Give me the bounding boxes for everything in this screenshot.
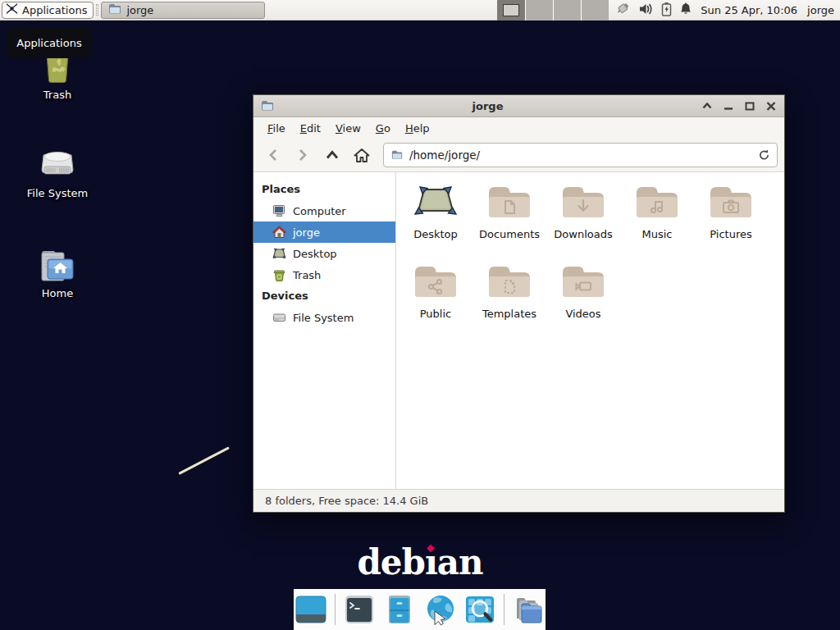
applications-menu-button[interactable]: Applications	[2, 2, 94, 19]
debian-wordmark: debıan	[0, 542, 840, 582]
public-folder-icon	[413, 264, 458, 301]
sidebar-item-jorge[interactable]: jorge	[253, 221, 395, 243]
devices-header: Devices	[253, 285, 395, 307]
path-bar[interactable]: /home/jorge/	[383, 143, 778, 167]
pictures-folder-icon	[709, 185, 753, 221]
desktop-icon-label: Trash	[18, 89, 97, 101]
back-button[interactable]	[260, 143, 286, 167]
bottom-dock	[294, 589, 546, 630]
workspace-3[interactable]	[553, 0, 581, 21]
volume-icon[interactable]	[639, 2, 654, 18]
home-folder-icon	[18, 242, 97, 283]
downloads-folder-icon	[561, 185, 605, 221]
menu-bar: File Edit View Go Help	[253, 117, 784, 139]
sidebar-item-label: jorge	[293, 226, 320, 239]
menu-view[interactable]: View	[328, 120, 368, 137]
window-titlebar[interactable]: jorge	[253, 95, 784, 117]
desktop-icon-file-system[interactable]: File System	[18, 142, 97, 199]
sidebar-item-label: Trash	[293, 269, 321, 281]
folder-label: Pictures	[710, 228, 751, 240]
videos-folder-icon	[561, 264, 605, 301]
maximize-button[interactable]	[743, 99, 756, 112]
applications-menu-label: Applications	[22, 4, 87, 16]
drive-mini-icon	[272, 311, 286, 324]
folder-item-desktop[interactable]: Desktop	[399, 179, 472, 258]
trash-mini-icon	[272, 268, 286, 281]
home-button[interactable]	[349, 143, 375, 167]
menu-help[interactable]: Help	[398, 120, 437, 137]
shade-button[interactable]	[701, 99, 714, 112]
desktop-root: Applications jorge	[0, 0, 840, 630]
workspace-pager[interactable]	[497, 0, 609, 21]
close-button[interactable]	[765, 99, 778, 112]
panel-clock[interactable]: Sun 25 Apr, 10:06	[701, 4, 797, 16]
computer-icon	[272, 204, 286, 217]
file-manager-window[interactable]: jorge File Edit View Go Help	[253, 94, 785, 513]
folder-item-videos[interactable]: Videos	[546, 258, 620, 338]
workspace-window-miniature	[503, 4, 519, 16]
file-manager-icon[interactable]	[383, 593, 416, 626]
sidebar-item-computer[interactable]: Computer	[253, 200, 395, 221]
minimize-button[interactable]	[722, 99, 735, 112]
reload-button[interactable]	[758, 148, 770, 162]
panel-handle[interactable]	[96, 4, 98, 16]
path-input[interactable]: /home/jorge/	[409, 148, 752, 162]
sidebar-item-label: Desktop	[293, 248, 337, 260]
folder-item-public[interactable]: Public	[399, 258, 472, 338]
desktop-icon-home[interactable]: Home	[18, 242, 97, 299]
path-folder-icon	[390, 149, 404, 161]
sidebar-item-file-system[interactable]: File System	[253, 307, 395, 328]
tooltip-text: Applications	[16, 37, 81, 49]
window-folder-icon	[260, 99, 275, 112]
top-panel: Applications jorge	[0, 0, 840, 21]
places-header: Places	[253, 179, 395, 200]
show-desktop-icon[interactable]	[294, 593, 327, 626]
panel-user-label[interactable]: jorge	[807, 4, 834, 16]
folder-item-music[interactable]: Music	[620, 179, 694, 258]
terminal-icon[interactable]	[343, 593, 376, 626]
menu-file[interactable]: File	[260, 120, 293, 137]
desktop-line-artifact	[178, 446, 230, 475]
menu-edit[interactable]: Edit	[293, 120, 328, 137]
network-icon[interactable]	[615, 2, 632, 19]
debian-text: an	[437, 542, 483, 582]
desktop-mini-icon	[272, 247, 286, 260]
taskbar-window-button[interactable]: jorge	[101, 2, 265, 19]
desktop-icon-label: File System	[18, 187, 97, 199]
app-finder-icon[interactable]	[463, 593, 496, 626]
folder-label: Templates	[482, 308, 536, 320]
folder-label: Documents	[479, 228, 540, 240]
status-text: 8 folders, Free space: 14.4 GiB	[265, 495, 428, 507]
toolbar: /home/jorge/	[253, 139, 784, 172]
folder-label: Downloads	[554, 228, 612, 240]
places-sidebar: Places Computer jorge	[253, 172, 396, 489]
debian-text: deb	[357, 542, 424, 582]
music-folder-icon	[635, 185, 679, 221]
taskbar-window-label: jorge	[126, 4, 153, 16]
folder-item-pictures[interactable]: Pictures	[694, 179, 768, 258]
templates-folder-icon	[487, 264, 532, 301]
up-button[interactable]	[319, 143, 345, 167]
folder-item-templates[interactable]: Templates	[472, 258, 546, 338]
folder-item-downloads[interactable]: Downloads	[546, 179, 620, 258]
menu-go[interactable]: Go	[368, 120, 398, 137]
workspace-4[interactable]	[581, 0, 609, 21]
battery-icon[interactable]	[661, 2, 672, 19]
applications-tooltip: Applications	[7, 27, 92, 58]
dock-separator	[504, 594, 504, 625]
web-browser-icon[interactable]	[423, 593, 456, 626]
sidebar-item-desktop[interactable]: Desktop	[253, 243, 395, 264]
workspace-1-active[interactable]	[497, 0, 525, 21]
dock-separator	[335, 594, 336, 625]
notifications-icon[interactable]	[679, 2, 692, 18]
workspace-2[interactable]	[525, 0, 553, 21]
desktop-item-icon	[413, 185, 459, 221]
folder-item-documents[interactable]: Documents	[472, 179, 546, 258]
sidebar-item-trash[interactable]: Trash	[253, 264, 395, 285]
window-folder-icon	[108, 2, 121, 18]
sidebar-item-label: Computer	[293, 205, 346, 217]
sidebar-item-label: File System	[293, 312, 354, 324]
folder-label: Public	[420, 308, 451, 320]
directory-menu-icon[interactable]	[512, 593, 545, 626]
forward-button[interactable]	[290, 143, 316, 167]
